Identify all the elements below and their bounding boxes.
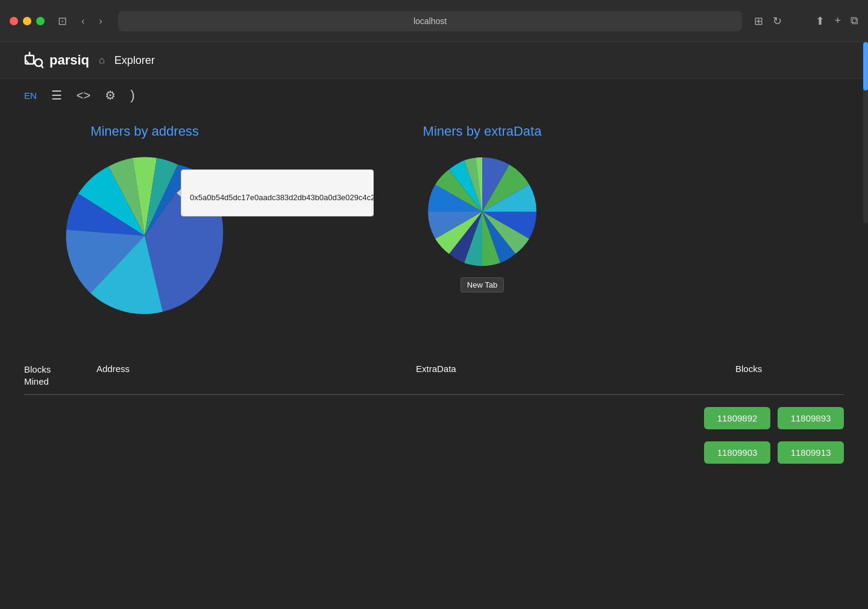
maximize-button[interactable] [36,17,45,25]
browser-actions: ⊞ ↻ ⬆ + ⧉ [754,14,858,28]
scrollbar-thumb[interactable] [863,42,868,90]
blocks-mined-label: BlocksMined [24,364,51,387]
close-button[interactable] [10,17,18,25]
pie-chart-left-svg [60,151,229,320]
block-btn-0[interactable]: 11809892 [704,407,770,429]
back-button[interactable]: ‹ [78,13,88,29]
share-icon[interactable]: ⬆ [816,14,825,28]
forward-button[interactable]: › [95,13,105,29]
new-tab-icon[interactable]: + [834,14,841,27]
refresh-icon[interactable]: ↻ [773,14,782,28]
table-header: BlocksMined Address ExtraData Blocks [24,359,844,395]
miners-by-extradata-chart[interactable]: New Tab [422,151,542,274]
col-header-address: Address [96,364,416,387]
translate-icon: ⊞ [754,14,763,28]
col-header-blocks-mined: BlocksMined [24,364,96,387]
block-btn-3[interactable]: 11809913 [778,441,844,464]
pie-chart-right-svg [422,151,542,272]
breadcrumb: Explorer [115,54,155,67]
parsiq-logo-icon [24,51,43,70]
theme-toggle-button[interactable]: ) [130,87,134,103]
block-btn-2[interactable]: 11809903 [704,441,770,464]
miners-by-address-section: Miners by address 0x5a0b54d5dc17e0aadc38… [60,124,229,323]
sidebar-toggle-button[interactable]: ⊡ [54,12,71,30]
table-section: BlocksMined Address ExtraData Blocks [24,359,844,395]
minimize-button[interactable] [23,17,31,25]
new-tab-badge: New Tab [461,277,504,292]
block-buttons-section: 11809892 11809893 [24,407,844,429]
logo: parsiq [24,51,89,70]
menu-icon-button[interactable]: ☰ [51,88,62,103]
block-buttons-section-2: 11809903 11809913 [24,441,844,464]
miners-by-address-title: Miners by address [90,124,199,139]
col-header-extradata: ExtraData [416,364,735,387]
address-bar[interactable]: localhost [118,11,743,31]
tabs-icon[interactable]: ⧉ [851,14,858,27]
traffic-lights [10,17,45,25]
svg-line-4 [42,66,43,68]
browser-chrome: ⊡ ‹ › localhost ⊞ ↻ ⬆ + ⧉ [0,0,868,42]
home-icon[interactable]: ⌂ [99,55,105,66]
miners-by-extradata-title: Miners by extraData [423,124,542,139]
svg-rect-0 [25,55,34,64]
language-button[interactable]: EN [24,90,37,101]
col-header-blocks: Blocks [735,364,844,387]
toolbar: EN ☰ <> ⚙ ) [0,79,868,112]
app-container: parsiq ⌂ Explorer EN ☰ <> ⚙ ) Miners by … [0,42,868,609]
block-btn-1[interactable]: 11809893 [778,407,844,429]
url-text: localhost [414,16,447,26]
logo-text: parsiq [49,52,89,68]
miners-by-extradata-section: Miners by extraData [422,124,542,323]
settings-icon-button[interactable]: ⚙ [105,88,116,103]
app-header: parsiq ⌂ Explorer [0,42,868,79]
charts-row: Miners by address 0x5a0b54d5dc17e0aadc38… [24,124,844,323]
scrollbar-track [863,42,868,223]
miners-by-address-chart[interactable]: 0x5a0b54d5dc17e0aadc383d2db43b0a0d3e029c… [60,151,229,323]
code-icon-button[interactable]: <> [77,89,90,103]
main-content: Miners by address 0x5a0b54d5dc17e0aadc38… [0,112,868,488]
